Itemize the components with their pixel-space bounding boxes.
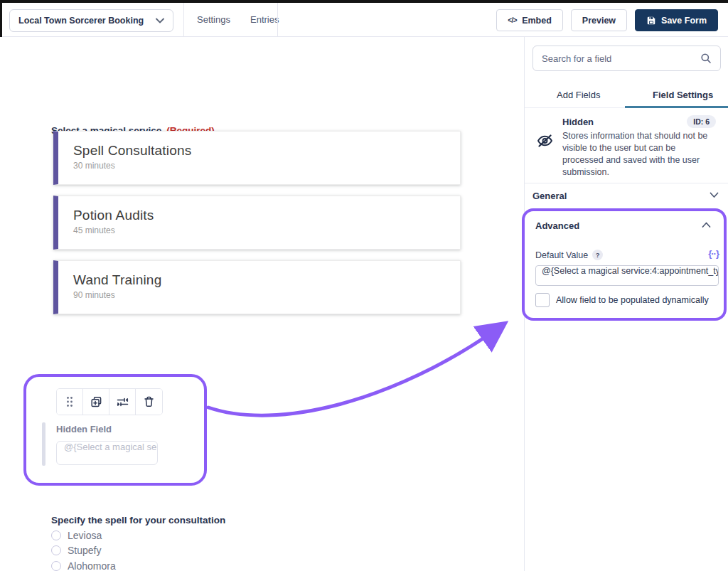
hidden-eye-slash-icon	[536, 133, 554, 149]
sidebar-tabs: Add Fields Field Settings	[525, 81, 728, 108]
advanced-section-toggle[interactable]: Advanced	[535, 220, 579, 231]
editor-sidebar: Search for a field Add Fields Field Sett…	[524, 37, 728, 571]
search-icon	[700, 53, 712, 64]
header-nav: Settings Entries	[197, 3, 279, 36]
chevron-down-icon	[710, 192, 719, 198]
hidden-field-label: Hidden Field	[56, 424, 112, 434]
service-option-card[interactable]: Wand Training 90 minutes	[53, 260, 461, 314]
duplicate-icon[interactable]	[83, 389, 109, 415]
nav-settings[interactable]: Settings	[197, 14, 230, 25]
tab-add-fields[interactable]: Add Fields	[557, 81, 600, 108]
code-icon: </>	[508, 16, 517, 24]
form-title: Local Town Sorcerer Booking	[18, 16, 144, 26]
field-settings-icon[interactable]	[109, 389, 136, 415]
active-tab-indicator	[625, 106, 728, 108]
field-id-badge: ID: 6	[687, 115, 716, 128]
tab-field-settings[interactable]: Field Settings	[653, 81, 713, 108]
default-value-input[interactable]: @{Select a magical service:4:appointment…	[535, 265, 719, 286]
radio-option[interactable]: Leviosa	[51, 530, 225, 541]
chevron-up-icon[interactable]	[702, 222, 711, 228]
service-option-card[interactable]: Potion Audits 45 minutes	[53, 196, 461, 250]
drag-handle-icon[interactable]	[57, 389, 83, 415]
embed-button[interactable]: </> Embed	[496, 9, 563, 31]
field-search-input[interactable]: Search for a field	[532, 46, 721, 71]
allow-dynamic-checkbox[interactable]	[535, 293, 550, 307]
chevron-down-icon	[156, 18, 164, 23]
merge-tag-icon[interactable]: {··}	[708, 248, 719, 259]
hidden-field-value-preview[interactable]: @{Select a magical service:4:appointment…	[56, 441, 158, 465]
help-tooltip-icon[interactable]: ?	[592, 250, 603, 260]
preview-button[interactable]: Preview	[571, 9, 627, 31]
nav-entries[interactable]: Entries	[250, 14, 279, 25]
radio-icon[interactable]	[51, 545, 61, 555]
spell-radio-field: Specify the spell for your consultation …	[51, 515, 225, 571]
advanced-section-highlight: Advanced Default Value? {··} @{Select a …	[522, 208, 727, 321]
field-type-title: Hidden	[562, 117, 594, 127]
delete-icon[interactable]	[136, 389, 162, 415]
field-toolbar	[56, 388, 163, 415]
form-editor-canvas: Select a magical service(Required) Spell…	[0, 37, 524, 571]
top-toolbar: Local Town Sorcerer Booking Settings Ent…	[0, 3, 728, 37]
radio-icon[interactable]	[51, 530, 61, 540]
radio-option[interactable]: Stupefy	[51, 545, 225, 556]
window-top-edge	[0, 0, 728, 3]
service-option-card[interactable]: Spell Consultations 30 minutes	[53, 131, 461, 185]
save-icon	[646, 16, 656, 26]
header-actions: </> Embed Preview Save Form	[496, 9, 718, 31]
dynamic-population-row: Allow field to be populated dynamically	[535, 293, 709, 307]
search-placeholder: Search for a field	[542, 53, 611, 64]
form-switcher-dropdown[interactable]: Local Town Sorcerer Booking	[9, 9, 173, 32]
field-drag-indicator	[42, 422, 46, 466]
radio-option[interactable]: Alohomora	[51, 560, 225, 571]
general-section-toggle[interactable]: General	[525, 183, 728, 209]
header-divider	[183, 3, 184, 36]
default-value-row: Default Value? {··}	[535, 248, 719, 261]
field-type-description: Stores information that should not be vi…	[562, 130, 708, 178]
header-divider	[277, 3, 278, 36]
radio-field-label: Specify the spell for your consultation	[51, 515, 225, 525]
radio-icon[interactable]	[51, 561, 61, 571]
hidden-field-block-highlight[interactable]: Hidden Field @{Select a magical service:…	[23, 374, 207, 486]
save-form-button[interactable]: Save Form	[635, 9, 718, 31]
window-left-edge	[0, 0, 2, 37]
